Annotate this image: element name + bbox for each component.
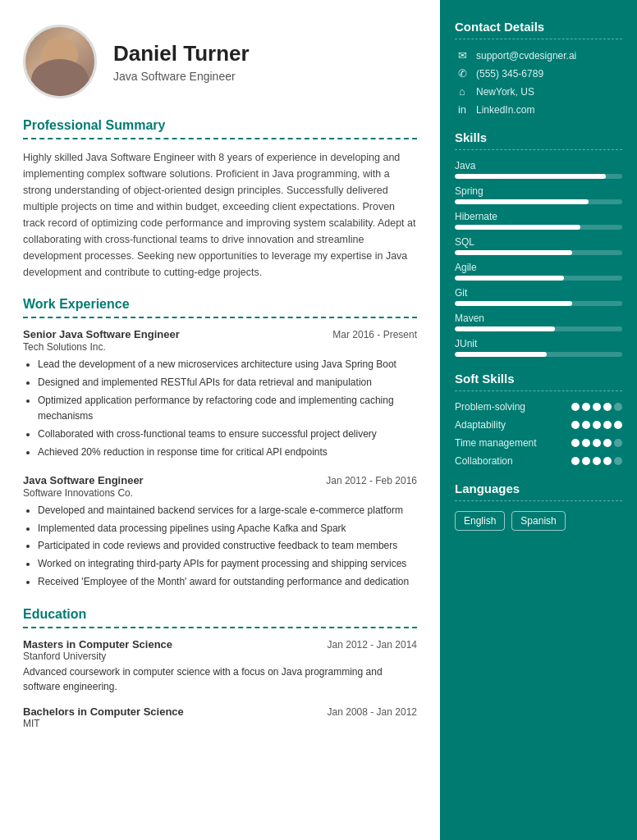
skill-bar-fill xyxy=(455,352,547,357)
soft-skill-name: Collaboration xyxy=(455,455,571,467)
contact-text: NewYork, US xyxy=(476,86,534,98)
skill-dots xyxy=(571,421,622,429)
skill-item: Spring xyxy=(455,185,622,204)
contact-section: Contact Details ✉support@cvdesigner.ai✆(… xyxy=(455,20,622,116)
skill-dots xyxy=(571,403,622,411)
dot-filled xyxy=(603,403,612,411)
dot-empty xyxy=(614,457,622,465)
language-tags: EnglishSpanish xyxy=(455,511,622,531)
language-tag: Spanish xyxy=(511,511,565,531)
contact-text: support@cvdesigner.ai xyxy=(476,50,576,62)
skill-bar xyxy=(455,174,622,179)
skill-item: Agile xyxy=(455,262,622,281)
skill-bar-fill xyxy=(455,276,564,281)
dot-filled xyxy=(603,439,612,447)
skill-name: Java xyxy=(455,160,622,171)
education-container: Masters in Computer ScienceJan 2012 - Ja… xyxy=(23,638,417,729)
education-section: Education Masters in Computer ScienceJan… xyxy=(23,607,417,729)
dot-filled xyxy=(571,403,580,411)
skill-item: JUnit xyxy=(455,338,622,357)
bullet-item: Received 'Employee of the Month' award f… xyxy=(38,574,417,591)
left-column: Daniel Turner Java Software Engineer Pro… xyxy=(0,0,440,840)
dot-filled xyxy=(582,403,590,411)
dot-empty xyxy=(614,403,622,411)
summary-section: Professional Summary Highly skilled Java… xyxy=(23,118,417,281)
contact-icon: ✆ xyxy=(455,67,470,80)
job-header: Java Software EngineerJan 2012 - Feb 201… xyxy=(23,474,417,486)
skill-bar xyxy=(455,225,622,230)
contact-item: ✉support@cvdesigner.ai xyxy=(455,49,622,62)
soft-skill-item: Problem-solving xyxy=(455,401,622,413)
skill-bar-fill xyxy=(455,225,580,230)
dot-filled xyxy=(571,421,580,429)
soft-skill-name: Adaptability xyxy=(455,419,571,431)
soft-skill-item: Time management xyxy=(455,437,622,449)
skill-item: Java xyxy=(455,160,622,179)
edu-school: MIT xyxy=(23,718,417,729)
skill-name: Git xyxy=(455,287,622,299)
job-title: Java Software Engineer xyxy=(23,474,144,486)
dot-filled xyxy=(571,457,580,465)
contact-icon: ⌂ xyxy=(455,85,470,98)
edu-degree: Bachelors in Computer Science xyxy=(23,705,184,718)
education-divider xyxy=(23,627,417,628)
skill-name: Agile xyxy=(455,262,622,273)
skill-name: JUnit xyxy=(455,338,622,349)
soft-skills-title: Soft Skills xyxy=(455,372,622,386)
dot-filled xyxy=(593,439,601,447)
skill-bar xyxy=(455,352,622,357)
bullet-item: Implemented data processing pipelines us… xyxy=(38,521,417,537)
job-date: Jan 2012 - Feb 2016 xyxy=(326,475,417,486)
job-company: Software Innovations Co. xyxy=(23,487,417,499)
skills-section: Skills JavaSpringHibernateSQLAgileGitMav… xyxy=(455,130,622,357)
dot-empty xyxy=(614,439,622,447)
skill-bar xyxy=(455,326,622,331)
summary-divider xyxy=(23,138,417,139)
bullet-item: Participated in code reviews and provide… xyxy=(38,538,417,555)
skill-bar-fill xyxy=(455,250,572,255)
bullet-item: Collaborated with cross-functional teams… xyxy=(38,427,417,443)
skill-dots xyxy=(571,439,622,447)
dot-filled xyxy=(614,421,622,429)
edu-description: Advanced coursework in computer science … xyxy=(23,664,417,694)
edu-degree: Masters in Computer Science xyxy=(23,638,172,651)
skills-title: Skills xyxy=(455,130,622,144)
jobs-container: Senior Java Software EngineerMar 2016 - … xyxy=(23,328,417,591)
languages-title: Languages xyxy=(455,482,622,495)
skill-item: Git xyxy=(455,287,622,306)
contact-text: LinkedIn.com xyxy=(476,104,534,116)
candidate-title: Java Software Engineer xyxy=(113,70,250,83)
avatar xyxy=(23,25,97,98)
skills-container: JavaSpringHibernateSQLAgileGitMavenJUnit xyxy=(455,160,622,357)
skills-divider xyxy=(455,149,622,150)
header-info: Daniel Turner Java Software Engineer xyxy=(113,41,250,83)
dot-filled xyxy=(582,457,590,465)
contact-divider xyxy=(455,39,622,39)
dot-filled xyxy=(593,403,601,411)
dot-filled xyxy=(582,421,590,429)
skill-dots xyxy=(571,457,622,465)
contact-item: ⌂NewYork, US xyxy=(455,85,622,98)
skill-bar xyxy=(455,301,622,306)
dot-filled xyxy=(593,421,601,429)
avatar-image xyxy=(25,27,94,96)
contact-icon: ✉ xyxy=(455,49,470,62)
skill-item: Maven xyxy=(455,313,622,331)
bullet-item: Achieved 20% reduction in response time … xyxy=(38,445,417,461)
skill-bar-fill xyxy=(455,301,572,306)
contact-icon: in xyxy=(455,103,470,116)
soft-skill-name: Time management xyxy=(455,437,571,449)
job-company: Tech Solutions Inc. xyxy=(23,341,417,353)
edu-header: Bachelors in Computer ScienceJan 2008 - … xyxy=(23,705,417,718)
soft-skills-divider xyxy=(455,390,622,391)
resume-header: Daniel Turner Java Software Engineer xyxy=(23,25,417,98)
dot-filled xyxy=(593,457,601,465)
skill-name: Maven xyxy=(455,313,622,324)
skill-item: Hibernate xyxy=(455,211,622,230)
soft-skills-section: Soft Skills Problem-solvingAdaptabilityT… xyxy=(455,372,622,467)
dot-filled xyxy=(603,457,612,465)
job-item: Java Software EngineerJan 2012 - Feb 201… xyxy=(23,474,417,591)
soft-skill-name: Problem-solving xyxy=(455,401,571,413)
job-item: Senior Java Software EngineerMar 2016 - … xyxy=(23,328,417,461)
soft-skills-container: Problem-solvingAdaptabilityTime manageme… xyxy=(455,401,622,467)
